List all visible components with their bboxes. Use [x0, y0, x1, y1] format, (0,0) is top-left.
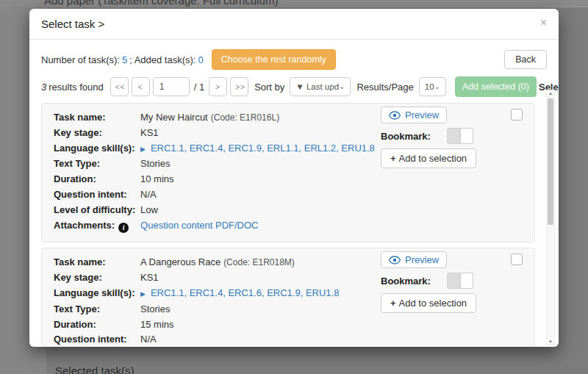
results-count-suffix: results found: [49, 82, 103, 93]
add-to-selection-label: Add to selection: [399, 298, 467, 309]
text-type-value: Stories: [140, 302, 170, 317]
background-selected-tasks-heading: Selected task(s): [55, 364, 135, 374]
task-select-checkbox[interactable]: [511, 253, 523, 265]
page-number-input[interactable]: [153, 77, 190, 96]
language-skills-label: Language skill(s):: [54, 141, 140, 157]
question-intent-label: Question intent:: [54, 187, 140, 203]
duration-row: Duration: 15 mins: [54, 317, 523, 333]
results-count: 3: [41, 82, 46, 93]
bookmark-label: Bookmark:: [381, 131, 431, 142]
duration-label: Duration:: [54, 317, 140, 333]
language-skills-links[interactable]: ERC1.1, ERC1.4, ERC1.6, ERC1.9, ERU1.8: [151, 287, 340, 298]
scrollbar-thumb[interactable]: [548, 98, 553, 225]
close-icon[interactable]: ×: [540, 17, 547, 29]
attachments-label: Attachments:i: [54, 218, 129, 234]
question-intent-label: Question intent:: [54, 332, 140, 347]
results-per-page-value: 10: [425, 82, 434, 91]
key-stage-value: KS1: [140, 126, 159, 141]
text-type-label: Text Type:: [54, 302, 140, 317]
results-found-text: 3results found: [41, 82, 104, 93]
results-per-page-select[interactable]: 10 ⌄: [419, 77, 446, 96]
task-name-label: Task name:: [54, 110, 140, 126]
task-name: A Dangerous Race: [140, 256, 220, 267]
toolbar: Number of task(s):5; Added task(s):0 Cho…: [41, 49, 547, 70]
bookmark-toggle[interactable]: [447, 273, 473, 289]
choose-rest-randomly-button[interactable]: Choose the rest randomly: [212, 49, 336, 70]
last-page-button[interactable]: >>: [230, 77, 248, 96]
back-button[interactable]: Back: [504, 50, 547, 69]
task-name-value: My New Haircut(Code: E1R016L): [140, 110, 279, 126]
eye-icon: [389, 256, 401, 265]
add-selected-button[interactable]: Add selected (0): [455, 76, 537, 97]
eye-icon: [389, 111, 401, 120]
prev-page-button[interactable]: <: [132, 77, 150, 96]
bookmark-toggle-knob: [460, 273, 473, 289]
question-intent-value: N/A: [140, 187, 157, 203]
bookmark-label: Bookmark:: [381, 276, 431, 287]
preview-button[interactable]: Preview: [381, 251, 447, 268]
task-list: Task name: My New Haircut(Code: E1R016L)…: [41, 103, 535, 347]
difficulty-label: Level of difficulty:: [54, 203, 140, 218]
language-skills-value: ▶ERC1.1, ERC1.4, ERC1.9, ERL1.1, ERL1.2,…: [140, 141, 375, 157]
add-to-selection-button[interactable]: +Add to selection: [381, 293, 476, 313]
plus-icon: +: [390, 298, 396, 309]
key-stage-label: Key stage:: [54, 270, 140, 286]
task-select-checkbox[interactable]: [511, 109, 523, 121]
difficulty-row: Level of difficulty: Low: [54, 203, 523, 218]
difficulty-value: Low: [140, 203, 158, 218]
sort-by-label: Sort by: [254, 82, 284, 93]
duration-value: 10 mins: [140, 172, 174, 187]
modal-header: Select task > ×: [29, 9, 559, 40]
attachments-row: Attachments:i Question content PDF/DOC: [54, 218, 523, 234]
scroll-up-icon[interactable]: ▲: [547, 91, 554, 96]
task-code: (Code: E1R016L): [211, 112, 279, 123]
language-skills-label: Language skill(s):: [54, 286, 140, 302]
added-tasks-value: 0: [198, 54, 203, 65]
attachments-label-text: Attachments:: [54, 220, 115, 231]
first-page-button[interactable]: <<: [110, 77, 129, 96]
attachment-link[interactable]: Question content PDF/DOC: [140, 218, 258, 234]
key-stage-label: Key stage:: [54, 126, 140, 141]
preview-button[interactable]: Preview: [381, 107, 447, 123]
expander-triangle-icon[interactable]: ▶: [140, 145, 146, 153]
info-icon[interactable]: i: [118, 223, 129, 233]
modal-scrollbar[interactable]: ▲ ▼: [546, 90, 555, 345]
task-code: (Code: E1R018M): [223, 257, 295, 267]
language-skills-value: ▶ERC1.1, ERC1.4, ERC1.6, ERC1.9, ERU1.8: [140, 286, 339, 302]
task-counts: Number of task(s):5; Added task(s):0: [41, 54, 206, 65]
add-to-selection-label: Add to selection: [399, 153, 467, 164]
duration-value: 15 mins: [140, 317, 174, 333]
text-type-label: Text Type:: [54, 157, 140, 172]
bookmark-row: Bookmark:: [381, 128, 528, 145]
add-to-selection-button[interactable]: +Add to selection: [381, 148, 476, 168]
next-page-button[interactable]: >: [209, 77, 227, 96]
expander-triangle-icon[interactable]: ▶: [140, 290, 146, 298]
task-card-controls: Preview Bookmark: +Add to selection: [381, 107, 528, 168]
text-type-value: Stories: [140, 157, 170, 172]
preview-button-label: Preview: [405, 109, 439, 121]
task-name: My New Haircut: [140, 112, 208, 123]
bookmark-toggle-knob: [460, 128, 473, 144]
duration-row: Duration: 10 mins: [54, 172, 523, 187]
plus-icon: +: [390, 153, 396, 164]
language-skills-links[interactable]: ERC1.1, ERC1.4, ERC1.9, ERL1.1, ERL1.2, …: [151, 143, 375, 154]
select-task-modal: Select task > × Number of task(s):5; Add…: [29, 9, 559, 347]
modal-title: Select task >: [41, 18, 104, 30]
scroll-down-icon[interactable]: ▼: [547, 339, 554, 344]
duration-label: Duration:: [54, 172, 140, 187]
sort-by-select[interactable]: ▼ Last upd ⌄: [290, 77, 351, 96]
task-name-value: A Dangerous Race(Code: E1R018M): [140, 255, 295, 270]
question-intent-row: Question intent: N/A: [54, 332, 523, 347]
preview-button-label: Preview: [405, 254, 439, 265]
bookmark-row: Bookmark:: [381, 273, 528, 290]
results-per-page-label: Results/Page: [356, 82, 413, 93]
task-card-controls: Preview Bookmark: +Add to selection: [381, 251, 528, 313]
question-intent-row: Question intent: N/A: [54, 187, 523, 203]
screen: Add paper (Task/item coverage: Full curr…: [0, 0, 588, 374]
added-tasks-label: ; Added task(s):: [129, 54, 196, 65]
task-card: Task name: A Dangerous Race(Code: E1R018…: [41, 248, 535, 347]
question-intent-value: N/A: [140, 332, 157, 347]
bookmark-toggle[interactable]: [447, 128, 473, 144]
background-page-title: Add paper (Task/item coverage: Full curr…: [44, 0, 278, 7]
chevron-down-icon: ⌄: [339, 83, 345, 90]
